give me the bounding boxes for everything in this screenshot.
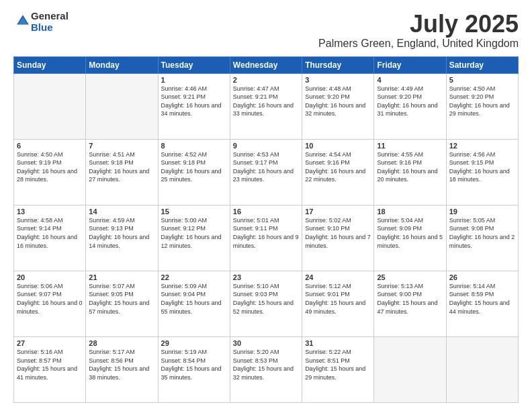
calendar-day-header: Sunday	[14, 56, 86, 73]
day-info: Sunrise: 5:22 AMSunset: 8:51 PMDaylight:…	[305, 348, 371, 381]
day-number: 11	[377, 142, 443, 150]
calendar-day-cell: 9Sunrise: 4:53 AMSunset: 9:17 PMDaylight…	[230, 139, 302, 205]
calendar-day-header: Wednesday	[230, 56, 302, 73]
calendar-day-header: Friday	[374, 56, 446, 73]
day-info-line: Daylight: 16 hours and 5 minutes.	[377, 233, 443, 250]
calendar-week-row: 27Sunrise: 5:16 AMSunset: 8:57 PMDayligh…	[14, 336, 519, 402]
day-number: 12	[449, 142, 515, 150]
day-info-line: Sunrise: 5:16 AM	[17, 348, 83, 357]
calendar-day-cell: 6Sunrise: 4:50 AMSunset: 9:19 PMDaylight…	[14, 139, 86, 205]
calendar-day-cell: 19Sunrise: 5:05 AMSunset: 9:08 PMDayligh…	[446, 205, 518, 271]
calendar-day-header: Tuesday	[158, 56, 230, 73]
day-info-line: Sunrise: 5:05 AM	[449, 216, 515, 225]
day-info-line: Sunrise: 4:55 AM	[377, 150, 443, 159]
day-info-line: Sunrise: 4:47 AM	[233, 85, 299, 93]
calendar-day-cell: 23Sunrise: 5:10 AMSunset: 9:03 PMDayligh…	[230, 271, 302, 336]
logo-general: General	[31, 11, 69, 22]
day-info-line: Sunset: 9:07 PM	[17, 290, 83, 299]
day-info: Sunrise: 4:50 AMSunset: 9:20 PMDaylight:…	[449, 85, 515, 118]
day-info-line: Sunset: 9:10 PM	[305, 224, 371, 233]
day-info: Sunrise: 5:20 AMSunset: 8:53 PMDaylight:…	[233, 348, 299, 381]
day-info-line: Sunrise: 4:54 AM	[305, 150, 371, 159]
day-number: 20	[17, 273, 83, 281]
calendar-day-cell: 28Sunrise: 5:17 AMSunset: 8:56 PMDayligh…	[86, 336, 158, 402]
day-info-line: Sunrise: 5:12 AM	[305, 282, 371, 291]
day-info-line: Sunset: 9:13 PM	[89, 224, 154, 233]
day-info-line: Sunrise: 5:02 AM	[305, 216, 371, 225]
day-info-line: Sunrise: 4:46 AM	[161, 85, 227, 93]
calendar-day-cell: 15Sunrise: 5:00 AMSunset: 9:12 PMDayligh…	[158, 205, 230, 271]
day-info: Sunrise: 4:52 AMSunset: 9:18 PMDaylight:…	[161, 150, 227, 184]
day-info-line: Daylight: 16 hours and 23 minutes.	[233, 167, 299, 184]
logo-icon	[15, 13, 31, 29]
day-info: Sunrise: 5:04 AMSunset: 9:09 PMDaylight:…	[377, 216, 443, 250]
day-info-line: Daylight: 16 hours and 20 minutes.	[377, 167, 443, 184]
day-info-line: Sunset: 9:16 PM	[305, 158, 371, 167]
calendar-day-cell: 7Sunrise: 4:51 AMSunset: 9:18 PMDaylight…	[86, 139, 158, 205]
day-info-line: Sunrise: 5:17 AM	[89, 348, 154, 357]
day-info-line: Sunrise: 5:00 AM	[161, 216, 227, 225]
day-info-line: Sunrise: 4:51 AM	[89, 150, 154, 159]
calendar-day-cell: 8Sunrise: 4:52 AMSunset: 9:18 PMDaylight…	[158, 139, 230, 205]
day-info-line: Daylight: 16 hours and 0 minutes.	[17, 299, 83, 316]
day-info-line: Daylight: 15 hours and 47 minutes.	[377, 299, 443, 316]
day-info: Sunrise: 5:06 AMSunset: 9:07 PMDaylight:…	[17, 282, 83, 316]
calendar-day-cell: 31Sunrise: 5:22 AMSunset: 8:51 PMDayligh…	[302, 336, 374, 402]
day-info: Sunrise: 4:46 AMSunset: 9:21 PMDaylight:…	[161, 85, 227, 118]
day-number: 24	[305, 273, 371, 281]
day-info-line: Daylight: 15 hours and 49 minutes.	[305, 299, 371, 316]
calendar-day-cell: 25Sunrise: 5:13 AMSunset: 9:00 PMDayligh…	[374, 271, 446, 336]
calendar-day-cell: 13Sunrise: 4:58 AMSunset: 9:14 PMDayligh…	[14, 205, 86, 271]
day-info-line: Sunset: 8:51 PM	[305, 357, 371, 365]
day-info-line: Daylight: 16 hours and 16 minutes.	[17, 233, 83, 250]
day-number: 27	[17, 339, 83, 347]
calendar-day-cell: 16Sunrise: 5:01 AMSunset: 9:11 PMDayligh…	[230, 205, 302, 271]
day-info-line: Sunrise: 5:14 AM	[449, 282, 515, 291]
day-info-line: Sunset: 9:15 PM	[449, 158, 515, 167]
day-number: 22	[161, 273, 227, 281]
day-info-line: Sunrise: 4:58 AM	[17, 216, 83, 225]
day-info: Sunrise: 5:19 AMSunset: 8:54 PMDaylight:…	[161, 348, 227, 381]
logo-blue: Blue	[31, 22, 69, 34]
day-number: 25	[377, 273, 443, 281]
day-info-line: Daylight: 15 hours and 41 minutes.	[17, 365, 83, 381]
day-info-line: Sunset: 8:59 PM	[449, 290, 515, 299]
day-info-line: Daylight: 16 hours and 28 minutes.	[17, 167, 83, 184]
calendar-day-cell: 1Sunrise: 4:46 AMSunset: 9:21 PMDaylight…	[158, 73, 230, 139]
day-info: Sunrise: 4:47 AMSunset: 9:21 PMDaylight:…	[233, 85, 299, 118]
day-info-line: Daylight: 15 hours and 44 minutes.	[449, 299, 515, 316]
day-info-line: Daylight: 16 hours and 25 minutes.	[161, 167, 227, 184]
day-info-line: Sunset: 9:20 PM	[377, 93, 443, 101]
day-number: 8	[161, 142, 227, 150]
day-number: 5	[449, 76, 515, 84]
day-info-line: Sunset: 9:05 PM	[89, 290, 154, 299]
calendar-day-cell: 12Sunrise: 4:56 AMSunset: 9:15 PMDayligh…	[446, 139, 518, 205]
calendar-day-cell: 14Sunrise: 4:59 AMSunset: 9:13 PMDayligh…	[86, 205, 158, 271]
day-info-line: Sunset: 9:16 PM	[377, 158, 443, 167]
day-info-line: Sunset: 9:21 PM	[161, 93, 227, 101]
day-number: 14	[89, 208, 154, 216]
day-info: Sunrise: 4:59 AMSunset: 9:13 PMDaylight:…	[89, 216, 154, 250]
day-info-line: Sunset: 9:00 PM	[377, 290, 443, 299]
day-info: Sunrise: 5:09 AMSunset: 9:04 PMDaylight:…	[161, 282, 227, 316]
day-info-line: Daylight: 15 hours and 55 minutes.	[161, 299, 227, 316]
header: General Blue July 2025 Palmers Green, En…	[13, 11, 519, 50]
day-info-line: Daylight: 16 hours and 27 minutes.	[89, 167, 154, 184]
day-info-line: Sunrise: 4:59 AM	[89, 216, 154, 225]
day-info-line: Sunrise: 4:53 AM	[233, 150, 299, 159]
day-number: 1	[161, 76, 227, 84]
day-info-line: Sunset: 9:11 PM	[233, 224, 299, 233]
day-info-line: Sunset: 9:04 PM	[161, 290, 227, 299]
calendar-week-row: 20Sunrise: 5:06 AMSunset: 9:07 PMDayligh…	[14, 271, 519, 336]
day-info: Sunrise: 4:54 AMSunset: 9:16 PMDaylight:…	[305, 150, 371, 184]
day-info-line: Daylight: 16 hours and 7 minutes.	[305, 233, 371, 250]
day-info-line: Daylight: 16 hours and 18 minutes.	[449, 167, 515, 184]
day-info-line: Sunset: 9:18 PM	[161, 158, 227, 167]
calendar-week-row: 13Sunrise: 4:58 AMSunset: 9:14 PMDayligh…	[14, 205, 519, 271]
day-info: Sunrise: 4:50 AMSunset: 9:19 PMDaylight:…	[17, 150, 83, 184]
calendar-day-cell: 22Sunrise: 5:09 AMSunset: 9:04 PMDayligh…	[158, 271, 230, 336]
day-info-line: Sunset: 9:18 PM	[89, 158, 154, 167]
day-info: Sunrise: 4:53 AMSunset: 9:17 PMDaylight:…	[233, 150, 299, 184]
calendar-table: SundayMondayTuesdayWednesdayThursdayFrid…	[13, 56, 519, 403]
day-info: Sunrise: 4:56 AMSunset: 9:15 PMDaylight:…	[449, 150, 515, 184]
